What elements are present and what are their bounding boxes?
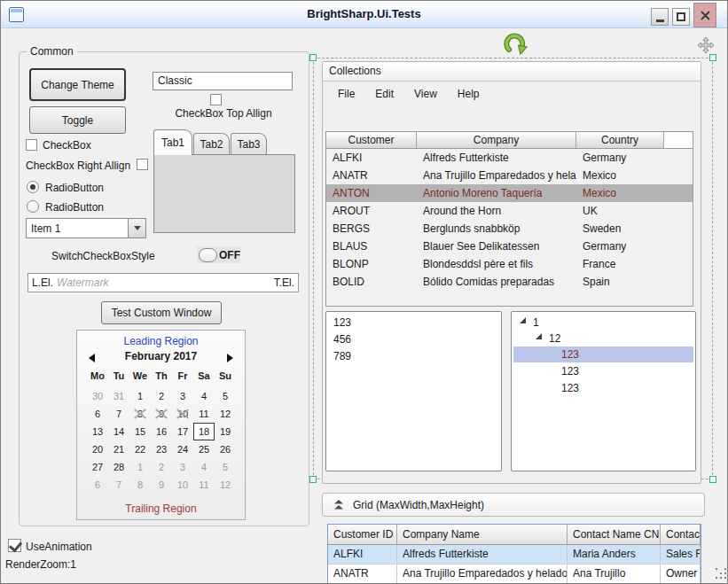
table-row[interactable]: ALFKIAlfreds FutterkisteGermany: [326, 149, 693, 167]
column-header-customer[interactable]: Customer: [326, 132, 417, 148]
radio-button-2[interactable]: [27, 200, 39, 213]
calendar-day[interactable]: 11: [193, 476, 215, 494]
resize-handle-top-right[interactable]: [709, 54, 716, 61]
column-header-company[interactable]: Company: [417, 132, 576, 148]
table-row[interactable]: BERGSBerglunds snabbköpSweden: [326, 220, 693, 237]
column-header-contact-name[interactable]: Contact Name CN: [568, 525, 661, 544]
calendar-month-title[interactable]: February 2017: [77, 350, 245, 362]
calendar-day[interactable]: 8: [129, 405, 151, 423]
calendar-prev-icon[interactable]: [89, 354, 95, 362]
calendar-day[interactable]: 9: [151, 405, 172, 423]
calendar-day[interactable]: 26: [215, 440, 236, 458]
menu-item-view[interactable]: View: [408, 87, 443, 105]
theme-textbox[interactable]: Classic: [153, 72, 293, 90]
test-custom-window-button[interactable]: Test Custom Window: [101, 301, 222, 324]
change-theme-button[interactable]: Change Theme: [29, 68, 126, 101]
calendar-day[interactable]: 20: [87, 440, 108, 458]
menu-item-file[interactable]: File: [332, 87, 361, 105]
calendar-day[interactable]: 2: [151, 387, 172, 405]
tree-node-child[interactable]: 12: [549, 331, 560, 347]
use-animation-checkbox[interactable]: [8, 539, 21, 552]
tab-tab3[interactable]: Tab3: [231, 133, 267, 155]
table-row[interactable]: ANATRAna Trujillo Emparedados y helaMexi…: [326, 167, 693, 184]
column-header-country[interactable]: Country: [576, 132, 664, 148]
tab-tab1[interactable]: Tab1: [153, 129, 192, 155]
list-item[interactable]: 789: [326, 348, 501, 365]
calendar-day[interactable]: 11: [193, 405, 215, 423]
calendar-day[interactable]: 19: [215, 423, 236, 440]
calendar-day[interactable]: 23: [151, 440, 172, 458]
calendar-day[interactable]: 10: [172, 476, 193, 494]
treeview[interactable]: 1 12 123 123 123: [511, 311, 696, 471]
calendar-day[interactable]: 21: [108, 440, 129, 458]
calendar-day[interactable]: 27: [87, 458, 108, 476]
checkbox-top-align[interactable]: [210, 94, 222, 105]
table-row[interactable]: BLAUSBlauer See DelikatessenGermany: [326, 237, 693, 255]
menu-item-edit[interactable]: Edit: [369, 87, 400, 105]
calendar-day[interactable]: 25: [193, 440, 215, 458]
calendar-day[interactable]: 2: [151, 458, 172, 476]
tree-expander-icon[interactable]: [520, 317, 526, 323]
calendar-day[interactable]: 3: [172, 458, 193, 476]
calendar-day[interactable]: 7: [108, 476, 129, 494]
calendar-day[interactable]: 22: [129, 440, 151, 458]
list-item[interactable]: 456: [326, 331, 501, 348]
resize-handle-bottom-right[interactable]: [709, 476, 716, 483]
maximize-button[interactable]: [672, 8, 690, 26]
calendar-day[interactable]: 1: [129, 387, 151, 405]
combobox-dropdown-button[interactable]: [128, 219, 145, 237]
calendar-day[interactable]: 8: [129, 476, 151, 494]
calendar-day[interactable]: 13: [87, 423, 108, 440]
table-row[interactable]: BOLIDBólido Comidas preparadasSpain: [326, 273, 693, 291]
calendar-day[interactable]: 17: [172, 423, 193, 440]
resize-handle-top-left[interactable]: [309, 54, 317, 61]
rotate-icon[interactable]: [503, 32, 529, 56]
calendar-day[interactable]: 5: [215, 458, 236, 476]
calendar-day[interactable]: 14: [108, 423, 129, 440]
resize-grip[interactable]: [716, 568, 717, 570]
calendar-day[interactable]: 18: [193, 423, 215, 440]
watermark-textbox[interactable]: L.El. Watermark T.El.: [27, 273, 299, 292]
toggle-button[interactable]: Toggle: [29, 106, 126, 134]
column-header-contact-title[interactable]: Contact: [661, 525, 701, 544]
grid-expander-header[interactable]: Grid (MaxWidth,MaxHeight): [322, 493, 705, 517]
calendar-day[interactable]: 5: [215, 387, 236, 405]
calendar-day[interactable]: 4: [193, 458, 215, 476]
calendar[interactable]: Leading Region February 2017 MoTuWeThFrS…: [76, 330, 246, 520]
calendar-day[interactable]: 3: [172, 387, 193, 405]
numbers-listbox[interactable]: 123456789: [325, 311, 502, 471]
menu-item-help[interactable]: Help: [451, 87, 486, 105]
list-item[interactable]: 123: [326, 315, 501, 331]
tab-tab2[interactable]: Tab2: [193, 133, 230, 155]
close-button[interactable]: [693, 3, 716, 27]
calendar-next-icon[interactable]: [227, 354, 233, 362]
collapse-icon[interactable]: [333, 500, 344, 510]
tree-leaf[interactable]: 123: [561, 363, 579, 379]
switch-toggle[interactable]: OFF: [197, 246, 240, 263]
table-row[interactable]: ANTONAntonio Moreno TaqueríaMexico: [326, 184, 693, 202]
table-row[interactable]: AROUTAround the HornUK: [326, 202, 693, 220]
tree-leaf-selected[interactable]: 123: [561, 347, 579, 362]
table-row[interactable]: ANATRAna Trujillo Emparedados y heladosA…: [328, 565, 701, 584]
calendar-day[interactable]: 31: [108, 387, 129, 405]
column-header-company-name[interactable]: Company Name: [397, 525, 568, 544]
checkbox[interactable]: [26, 139, 37, 151]
table-row[interactable]: ALFKIAlfreds FutterkisteMaria AndersSale…: [328, 545, 701, 565]
tree-node-root[interactable]: 1: [533, 315, 539, 331]
calendar-day[interactable]: 1: [129, 458, 151, 476]
item-combobox[interactable]: Item 1: [26, 218, 146, 238]
calendar-day[interactable]: 9: [151, 476, 172, 494]
calendar-day[interactable]: 15: [129, 423, 151, 440]
radio-button-1[interactable]: [27, 181, 39, 193]
tree-leaf[interactable]: 123: [561, 380, 579, 396]
calendar-day[interactable]: 12: [215, 405, 236, 423]
minimize-button[interactable]: [651, 8, 669, 26]
tree-expander-icon[interactable]: [536, 333, 542, 339]
calendar-day[interactable]: 7: [108, 405, 129, 423]
title-bar[interactable]: BrightSharp.Ui.Tests: [1, 1, 727, 28]
calendar-day[interactable]: 12: [215, 476, 236, 494]
move-handle-icon[interactable]: [697, 36, 715, 54]
calendar-day[interactable]: 16: [151, 423, 172, 440]
switch-knob[interactable]: [199, 248, 217, 262]
calendar-day[interactable]: 4: [193, 387, 215, 405]
